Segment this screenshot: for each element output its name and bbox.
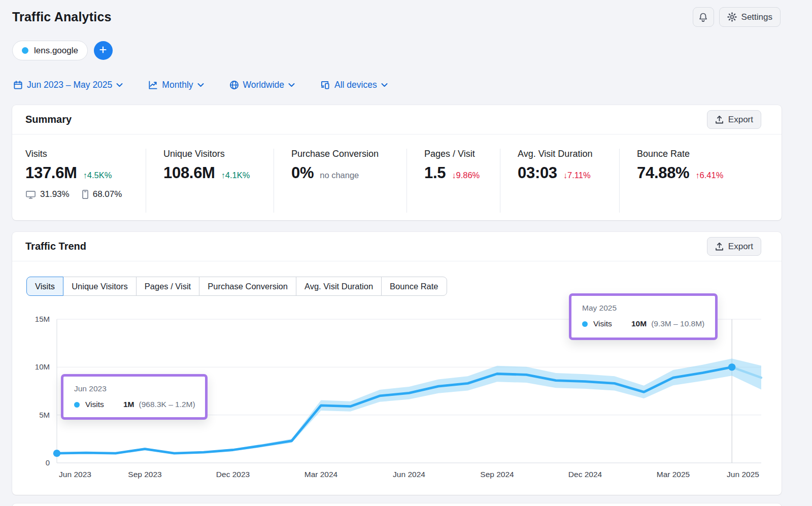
settings-button[interactable]: Settings [719,7,781,27]
metric-value: 74.88% [637,164,689,182]
chevron-down-icon [116,83,123,87]
series-color-dot [582,321,588,327]
svg-text:Sep 2024: Sep 2024 [480,470,514,479]
date-range-filter[interactable]: Jun 2023 – May 2025 [13,80,123,90]
chevron-down-icon [381,83,388,87]
tooltip-title: Jun 2023 [74,384,196,393]
region-filter[interactable]: Worldwide [229,80,295,90]
domain-chip[interactable]: lens.google [12,41,88,60]
svg-text:Mar 2025: Mar 2025 [657,470,690,479]
domain-chip-label: lens.google [34,46,78,56]
metric-avg-visit-duration: Avg. Visit Duration 03:03 ↓7.11% [500,149,620,213]
chevron-down-icon [197,83,204,87]
trend-title: Traffic Trend [25,241,86,252]
metric-bounce-rate: Bounce Rate 74.88% ↑6.41% [620,149,782,213]
svg-text:5M: 5M [39,411,50,419]
metric-change: ↑6.41% [695,171,723,180]
metric-visits: Visits 137.6M ↑4.5K% 31.93% 68.07% [12,149,146,213]
metric-value: 03:03 [518,164,557,182]
metric-change: no change [320,171,359,180]
metric-value: 1.5 [424,164,446,182]
tooltip-range: (968.3K – 1.2M) [139,400,195,409]
tab-visits[interactable]: Visits [26,277,63,296]
tab-avg-visit-duration[interactable]: Avg. Visit Duration [296,277,382,296]
summary-export-button[interactable]: Export [707,110,761,129]
next-card-sliver [12,503,782,506]
metric-value: 0% [291,164,314,182]
svg-text:Jun 2025: Jun 2025 [727,470,759,479]
metric-label: Visits [25,149,146,159]
line-chart-icon [148,80,158,90]
metric-label: Pages / Visit [424,149,500,159]
calendar-icon [13,80,23,90]
gear-icon [727,12,737,22]
metric-value: 108.6M [163,164,215,182]
metric-change: ↑4.1K% [221,171,250,180]
devices-icon [320,80,330,90]
chevron-down-icon [288,83,295,87]
topbar-actions: Settings [693,7,781,27]
svg-text:0: 0 [46,458,50,467]
globe-icon [229,80,239,90]
summary-card: Summary Export Visits 137.6M ↑4.5K% 31.9… [12,105,782,220]
metric-change: ↓7.11% [563,171,591,180]
tab-unique-visitors[interactable]: Unique Visitors [63,277,137,296]
chart-tooltip-jun-2023: Jun 2023 Visits 1M (968.3K – 1.2M) [61,374,208,420]
summary-title: Summary [25,114,72,125]
svg-text:Jun 2023: Jun 2023 [59,470,91,479]
series-color-dot [74,402,80,408]
tooltip-value: 10M [631,319,647,328]
metric-pages-per-visit: Pages / Visit 1.5 ↓9.86% [407,149,500,213]
svg-text:Jun 2024: Jun 2024 [393,470,425,479]
filter-bar: Jun 2023 – May 2025 Monthly Worldwide Al… [13,80,388,90]
metric-label: Avg. Visit Duration [518,149,619,159]
svg-text:Dec 2024: Dec 2024 [568,470,602,479]
trend-export-button[interactable]: Export [707,237,761,256]
metric-change: ↓9.86% [452,171,480,180]
desktop-share: 31.93% [40,189,70,199]
trend-export-label: Export [728,242,753,252]
tooltip-series: Visits [85,400,123,409]
metric-label: Bounce Rate [637,149,782,159]
tab-bounce-rate[interactable]: Bounce Rate [381,277,447,296]
svg-text:Sep 2023: Sep 2023 [128,470,161,479]
traffic-trend-card: Traffic Trend Export Visits Unique Visit… [12,232,782,495]
desktop-icon [25,190,36,199]
page-title: Traffic Analytics [12,10,112,24]
upload-icon [715,242,724,251]
target-row: lens.google [12,41,113,60]
upload-icon [715,115,724,124]
devices-filter[interactable]: All devices [320,80,388,90]
svg-text:10M: 10M [35,362,50,371]
metric-label: Purchase Conversion [291,149,407,159]
add-competitor-button[interactable] [94,41,113,60]
mobile-share: 68.07% [93,189,122,199]
metric-value: 137.6M [25,164,77,182]
settings-label: Settings [741,12,772,22]
chart-tooltip-may-2025: May 2025 Visits 10M (9.3M – 10.8M) [569,293,718,340]
svg-text:15M: 15M [35,315,50,323]
tooltip-title: May 2025 [582,303,706,313]
topbar: Traffic Analytics Settings [12,7,781,27]
summary-card-header: Summary Export [12,105,782,134]
region-label: Worldwide [243,80,284,90]
trend-metric-tabs: Visits Unique Visitors Pages / Visit Pur… [26,277,447,296]
device-split: 31.93% 68.07% [25,189,146,199]
tooltip-range: (9.3M – 10.8M) [651,319,704,328]
svg-text:Mar 2024: Mar 2024 [304,470,338,479]
notifications-button[interactable] [693,7,714,27]
plus-icon [99,46,107,55]
date-range-label: Jun 2023 – May 2025 [27,80,112,90]
trend-card-header: Traffic Trend Export [12,232,782,261]
traffic-analytics-page: Traffic Analytics Settings lens.google J… [0,0,812,506]
mobile-icon [82,189,89,199]
tab-pages-per-visit[interactable]: Pages / Visit [136,277,199,296]
summary-metrics: Visits 137.6M ↑4.5K% 31.93% 68.07% [12,149,782,213]
metric-change: ↑4.5K% [83,171,112,180]
summary-export-label: Export [728,115,753,125]
bell-icon [698,12,708,22]
tab-purchase-conversion[interactable]: Purchase Conversion [199,277,296,296]
tooltip-value: 1M [123,400,134,409]
granularity-label: Monthly [162,80,193,90]
granularity-filter[interactable]: Monthly [148,80,204,90]
